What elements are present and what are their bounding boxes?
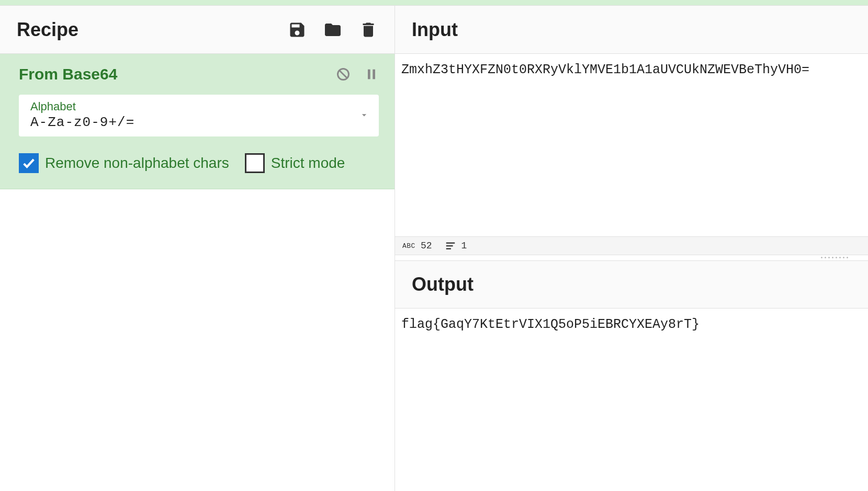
pause-icon[interactable] [364, 67, 379, 82]
abc-icon: ABC [402, 242, 415, 250]
recipe-title: Recipe [17, 19, 78, 41]
recipe-drop-area[interactable] [0, 189, 394, 491]
operation-header: From Base64 [19, 65, 379, 83]
input-value: ZmxhZ3tHYXFZN0t0RXRyVklYMVE1b1A1aUVCUkNZ… [401, 62, 809, 77]
strict-mode-label: Strict mode [271, 155, 345, 172]
checkbox-unchecked-icon [245, 153, 265, 173]
pane-resize-handle[interactable] [395, 255, 868, 260]
svg-rect-2 [368, 70, 370, 79]
char-count: ABC 52 [402, 241, 432, 251]
operation-from-base64[interactable]: From Base64 Alphabet A-Za-z0-9+/= [0, 54, 394, 189]
output-header: Output [395, 260, 868, 309]
recipe-panel: Recipe From Base64 [0, 6, 395, 491]
remove-non-alphabet-checkbox[interactable]: Remove non-alphabet chars [19, 153, 229, 173]
svg-rect-4 [446, 243, 455, 244]
alphabet-content: Alphabet A-Za-z0-9+/= [30, 100, 134, 130]
alphabet-label: Alphabet [30, 100, 134, 113]
strict-mode-checkbox[interactable]: Strict mode [245, 153, 345, 173]
output-title: Output [412, 273, 474, 295]
checkbox-checked-icon [19, 153, 39, 173]
input-title: Input [412, 19, 458, 41]
chevron-down-icon[interactable] [359, 110, 369, 120]
io-panel: Input ZmxhZ3tHYXFZN0t0RXRyVklYMVE1b1A1aU… [395, 6, 868, 491]
alphabet-dropdown[interactable]: Alphabet A-Za-z0-9+/= [19, 95, 379, 136]
output-value: flag{GaqY7KtEtrVIX1Q5oP5iEBRCYXEAy8rT} [401, 317, 700, 332]
alphabet-value: A-Za-z0-9+/= [30, 115, 134, 130]
input-status-bar: ABC 52 1 [395, 236, 868, 255]
recipe-toolbar [288, 20, 378, 39]
operation-controls [336, 67, 379, 82]
recipe-header: Recipe [0, 6, 394, 54]
line-count-value: 1 [461, 241, 467, 251]
svg-rect-3 [373, 70, 375, 79]
save-icon[interactable] [288, 20, 307, 39]
char-count-value: 52 [421, 241, 432, 251]
operation-title: From Base64 [19, 65, 117, 83]
line-count: 1 [445, 240, 467, 252]
svg-rect-5 [446, 245, 453, 246]
top-bar [0, 0, 868, 6]
input-textarea[interactable]: ZmxhZ3tHYXFZN0t0RXRyVklYMVE1b1A1aUVCUkNZ… [395, 54, 868, 236]
svg-rect-6 [446, 248, 450, 249]
output-textarea[interactable]: flag{GaqY7KtEtrVIX1Q5oP5iEBRCYXEAy8rT} [395, 309, 868, 491]
checkbox-row: Remove non-alphabet chars Strict mode [19, 153, 379, 173]
remove-non-alphabet-label: Remove non-alphabet chars [45, 155, 229, 172]
disable-icon[interactable] [336, 67, 351, 82]
svg-line-1 [339, 70, 347, 78]
main-container: Recipe From Base64 [0, 6, 868, 491]
lines-icon [445, 240, 456, 252]
input-header: Input [395, 6, 868, 54]
folder-icon[interactable] [323, 20, 342, 39]
trash-icon[interactable] [359, 20, 378, 39]
